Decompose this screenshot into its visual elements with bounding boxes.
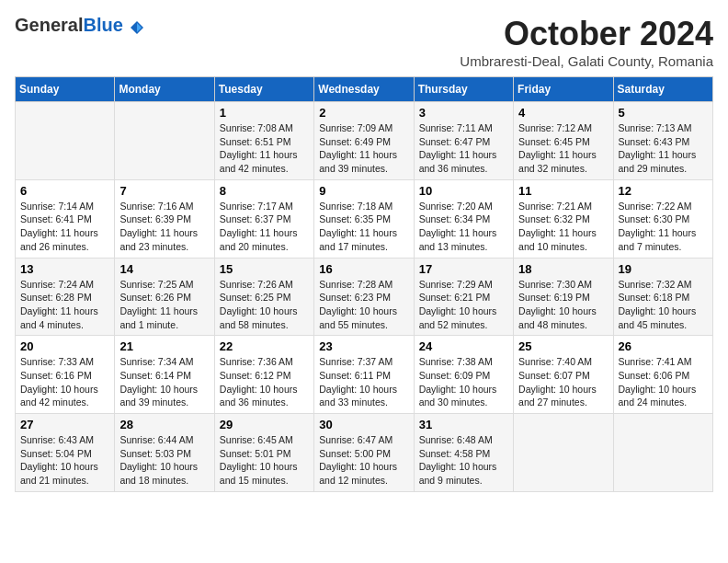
calendar-cell: 27Sunrise: 6:43 AMSunset: 5:04 PMDayligh… <box>16 414 115 492</box>
day-number: 3 <box>419 106 508 120</box>
day-number: 30 <box>319 418 408 431</box>
calendar-cell: 26Sunrise: 7:41 AMSunset: 6:06 PMDayligh… <box>613 336 712 414</box>
calendar-cell: 19Sunrise: 7:32 AMSunset: 6:18 PMDayligh… <box>613 258 712 336</box>
calendar-cell <box>514 414 613 492</box>
day-info: Sunrise: 7:22 AMSunset: 6:30 PMDaylight:… <box>619 200 708 254</box>
day-info: Sunrise: 6:45 AMSunset: 5:01 PMDaylight:… <box>220 433 309 488</box>
logo-blue: Blue <box>83 15 122 35</box>
day-info: Sunrise: 6:43 AMSunset: 5:04 PMDaylight:… <box>20 433 109 488</box>
title-area: October 2024 Umbraresti-Deal, Galati Cou… <box>460 15 713 69</box>
calendar-week-row: 1Sunrise: 7:08 AMSunset: 6:51 PMDaylight… <box>16 102 713 180</box>
day-info: Sunrise: 7:24 AMSunset: 6:28 PMDaylight:… <box>20 278 109 332</box>
weekday-header-row: Sunday Monday Tuesday Wednesday Thursday… <box>16 77 713 102</box>
calendar-cell: 17Sunrise: 7:29 AMSunset: 6:21 PMDayligh… <box>414 258 513 336</box>
logo-general: General <box>15 15 83 35</box>
day-number: 13 <box>20 262 109 276</box>
calendar-cell: 23Sunrise: 7:37 AMSunset: 6:11 PMDayligh… <box>314 336 414 414</box>
day-info: Sunrise: 7:34 AMSunset: 6:14 PMDaylight:… <box>119 355 209 409</box>
day-info: Sunrise: 7:32 AMSunset: 6:18 PMDaylight:… <box>619 278 708 332</box>
calendar-cell: 10Sunrise: 7:20 AMSunset: 6:34 PMDayligh… <box>414 179 513 258</box>
day-number: 12 <box>619 184 708 198</box>
calendar-cell: 12Sunrise: 7:22 AMSunset: 6:30 PMDayligh… <box>613 179 712 258</box>
day-info: Sunrise: 6:47 AMSunset: 5:00 PMDaylight:… <box>319 433 408 488</box>
day-number: 29 <box>220 418 309 431</box>
calendar-cell: 21Sunrise: 7:34 AMSunset: 6:14 PMDayligh… <box>115 336 214 414</box>
calendar-cell <box>16 102 115 180</box>
day-info: Sunrise: 7:33 AMSunset: 6:16 PMDaylight:… <box>20 355 109 409</box>
calendar-cell: 30Sunrise: 6:47 AMSunset: 5:00 PMDayligh… <box>314 414 414 492</box>
day-number: 17 <box>419 262 508 276</box>
day-info: Sunrise: 6:48 AMSunset: 4:58 PMDaylight:… <box>419 433 508 488</box>
day-number: 24 <box>419 339 508 353</box>
day-number: 31 <box>419 418 508 431</box>
day-info: Sunrise: 7:37 AMSunset: 6:11 PMDaylight:… <box>319 355 408 409</box>
calendar-cell: 13Sunrise: 7:24 AMSunset: 6:28 PMDayligh… <box>16 258 115 336</box>
calendar-week-row: 20Sunrise: 7:33 AMSunset: 6:16 PMDayligh… <box>16 336 713 414</box>
location-title: Umbraresti-Deal, Galati County, Romania <box>460 53 713 69</box>
day-info: Sunrise: 7:11 AMSunset: 6:47 PMDaylight:… <box>419 121 508 176</box>
calendar-cell: 16Sunrise: 7:28 AMSunset: 6:23 PMDayligh… <box>314 258 414 336</box>
day-number: 15 <box>220 262 309 276</box>
header: GeneralBlue October 2024 Umbraresti-Deal… <box>15 15 713 69</box>
day-number: 11 <box>518 184 608 198</box>
day-number: 22 <box>220 339 309 353</box>
day-number: 4 <box>518 106 608 120</box>
day-number: 7 <box>119 184 209 198</box>
day-info: Sunrise: 7:13 AMSunset: 6:43 PMDaylight:… <box>619 121 708 176</box>
calendar-cell: 28Sunrise: 6:44 AMSunset: 5:03 PMDayligh… <box>115 414 214 492</box>
calendar-cell: 24Sunrise: 7:38 AMSunset: 6:09 PMDayligh… <box>414 336 513 414</box>
day-info: Sunrise: 7:14 AMSunset: 6:41 PMDaylight:… <box>20 200 109 254</box>
day-number: 27 <box>20 418 109 431</box>
day-info: Sunrise: 7:12 AMSunset: 6:45 PMDaylight:… <box>518 121 608 176</box>
calendar-cell: 18Sunrise: 7:30 AMSunset: 6:19 PMDayligh… <box>514 258 613 336</box>
calendar-table: Sunday Monday Tuesday Wednesday Thursday… <box>15 76 713 492</box>
calendar-week-row: 13Sunrise: 7:24 AMSunset: 6:28 PMDayligh… <box>16 258 713 336</box>
day-info: Sunrise: 7:38 AMSunset: 6:09 PMDaylight:… <box>419 355 508 409</box>
header-thursday: Thursday <box>414 77 513 102</box>
day-number: 6 <box>20 184 109 198</box>
day-number: 1 <box>220 106 309 120</box>
day-info: Sunrise: 7:08 AMSunset: 6:51 PMDaylight:… <box>220 121 309 176</box>
day-number: 18 <box>518 262 608 276</box>
calendar-cell: 6Sunrise: 7:14 AMSunset: 6:41 PMDaylight… <box>16 179 115 258</box>
day-info: Sunrise: 7:29 AMSunset: 6:21 PMDaylight:… <box>419 278 508 332</box>
day-number: 16 <box>319 262 408 276</box>
calendar-cell: 3Sunrise: 7:11 AMSunset: 6:47 PMDaylight… <box>414 102 513 180</box>
calendar-cell: 14Sunrise: 7:25 AMSunset: 6:26 PMDayligh… <box>115 258 214 336</box>
calendar-cell: 8Sunrise: 7:17 AMSunset: 6:37 PMDaylight… <box>214 179 313 258</box>
header-tuesday: Tuesday <box>214 77 313 102</box>
header-sunday: Sunday <box>16 77 115 102</box>
day-number: 14 <box>119 262 209 276</box>
calendar-cell: 11Sunrise: 7:21 AMSunset: 6:32 PMDayligh… <box>514 179 613 258</box>
day-number: 5 <box>619 106 708 120</box>
logo-icon <box>129 19 145 36</box>
day-number: 28 <box>119 418 209 431</box>
calendar-cell: 29Sunrise: 6:45 AMSunset: 5:01 PMDayligh… <box>214 414 313 492</box>
calendar-cell <box>613 414 712 492</box>
day-info: Sunrise: 7:28 AMSunset: 6:23 PMDaylight:… <box>319 278 408 332</box>
day-number: 8 <box>220 184 309 198</box>
day-info: Sunrise: 6:44 AMSunset: 5:03 PMDaylight:… <box>119 433 209 488</box>
calendar-cell: 15Sunrise: 7:26 AMSunset: 6:25 PMDayligh… <box>214 258 313 336</box>
calendar-cell: 2Sunrise: 7:09 AMSunset: 6:49 PMDaylight… <box>314 102 414 180</box>
day-number: 2 <box>319 106 408 120</box>
day-info: Sunrise: 7:09 AMSunset: 6:49 PMDaylight:… <box>319 121 408 176</box>
day-info: Sunrise: 7:41 AMSunset: 6:06 PMDaylight:… <box>619 355 708 409</box>
day-info: Sunrise: 7:21 AMSunset: 6:32 PMDaylight:… <box>518 200 608 254</box>
day-info: Sunrise: 7:40 AMSunset: 6:07 PMDaylight:… <box>518 355 608 409</box>
calendar-cell <box>115 102 214 180</box>
day-number: 9 <box>319 184 408 198</box>
header-monday: Monday <box>115 77 214 102</box>
logo: GeneralBlue <box>15 15 145 36</box>
calendar-week-row: 6Sunrise: 7:14 AMSunset: 6:41 PMDaylight… <box>16 179 713 258</box>
day-info: Sunrise: 7:18 AMSunset: 6:35 PMDaylight:… <box>319 200 408 254</box>
day-info: Sunrise: 7:36 AMSunset: 6:12 PMDaylight:… <box>220 355 309 409</box>
header-wednesday: Wednesday <box>314 77 414 102</box>
day-info: Sunrise: 7:30 AMSunset: 6:19 PMDaylight:… <box>518 278 608 332</box>
calendar-cell: 4Sunrise: 7:12 AMSunset: 6:45 PMDaylight… <box>514 102 613 180</box>
day-number: 23 <box>319 339 408 353</box>
header-friday: Friday <box>514 77 613 102</box>
day-number: 19 <box>619 262 708 276</box>
day-number: 26 <box>619 339 708 353</box>
day-number: 21 <box>119 339 209 353</box>
